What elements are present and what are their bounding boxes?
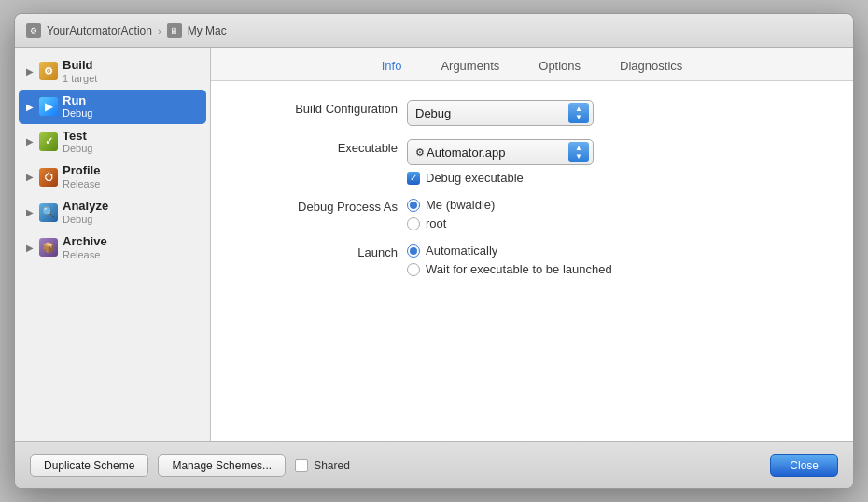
- main-area: ▶ ⚙ Build 1 target ▶ ▶ Run Debug ▶ ✓: [15, 48, 853, 441]
- debug-process-radio-group: Me (bwaldie) root: [407, 198, 495, 230]
- profile-sub: Release: [63, 178, 100, 190]
- build-config-label: Build Configuration: [248, 100, 398, 116]
- shared-check: Shared: [295, 459, 350, 472]
- tab-arguments[interactable]: Arguments: [435, 57, 505, 75]
- build-config-row: Build Configuration Debug ▲ ▼: [248, 100, 816, 126]
- shared-checkbox[interactable]: [295, 459, 308, 472]
- profile-icon: ⏱: [39, 168, 58, 187]
- titlebar: ⚙ YourAutomatorAction › 🖥 My Mac: [15, 14, 853, 48]
- run-sub: Debug: [63, 107, 92, 119]
- sidebar-item-run[interactable]: ▶ ▶ Run Debug: [19, 90, 206, 124]
- triangle-build: ▶: [26, 66, 39, 77]
- sidebar: ▶ ⚙ Build 1 target ▶ ▶ Run Debug ▶ ✓: [15, 48, 211, 441]
- radio-me-label: Me (bwaldie): [426, 198, 495, 212]
- check-icon: ✓: [410, 174, 417, 183]
- executable-row: Executable ⚙ Automator.app ▲ ▼: [248, 139, 816, 185]
- build-text: Build 1 target: [63, 58, 97, 85]
- profile-text: Profile Release: [63, 163, 100, 190]
- radio-auto-dot: [410, 247, 417, 255]
- breadcrumb-chevron: ›: [158, 25, 161, 36]
- launch-label: Launch: [248, 244, 398, 259]
- radio-wait-label: Wait for executable to be launched: [426, 262, 612, 276]
- debug-exec-checkbox[interactable]: ✓: [407, 172, 420, 185]
- triangle-test: ▶: [26, 136, 39, 146]
- executable-dropdown[interactable]: ⚙ Automator.app ▲ ▼: [407, 139, 594, 165]
- launch-radio-group: Automatically Wait for executable to be …: [407, 244, 612, 276]
- debug-process-control: Me (bwaldie) root: [407, 198, 495, 230]
- build-sub: 1 target: [63, 73, 97, 85]
- automator-label: YourAutomatorAction: [47, 24, 152, 37]
- titlebar-content: ⚙ YourAutomatorAction › 🖥 My Mac: [26, 23, 227, 38]
- analyze-label: Analyze: [63, 199, 108, 214]
- build-config-control: Debug ▲ ▼: [407, 100, 594, 126]
- tab-info[interactable]: Info: [376, 57, 408, 75]
- build-label: Build: [63, 58, 97, 73]
- mac-label: My Mac: [188, 24, 227, 37]
- content-panel: Info Arguments Options Diagnostics Build…: [211, 48, 853, 441]
- debug-exec-row[interactable]: ✓ Debug executable: [407, 171, 594, 185]
- debug-exec-label: Debug executable: [426, 171, 524, 185]
- sidebar-item-analyze[interactable]: ▶ 🔍 Analyze Debug: [19, 195, 206, 230]
- arrow-inner2: ▲ ▼: [575, 145, 582, 160]
- radio-auto-row[interactable]: Automatically: [407, 244, 612, 258]
- mac-icon: 🖥: [167, 23, 182, 38]
- footer: Duplicate Scheme Manage Schemes... Share…: [15, 441, 853, 488]
- test-label: Test: [63, 129, 92, 144]
- launch-row: Launch Automatically Wait for: [248, 244, 816, 276]
- manage-schemes-button[interactable]: Manage Schemes...: [158, 454, 286, 477]
- radio-me-dot: [410, 202, 417, 209]
- radio-auto-btn[interactable]: [407, 244, 420, 258]
- radio-wait-row[interactable]: Wait for executable to be launched: [407, 262, 612, 276]
- radio-root-row[interactable]: root: [407, 216, 495, 230]
- debug-process-label: Debug Process As: [248, 198, 398, 214]
- triangle-analyze: ▶: [26, 207, 39, 217]
- build-config-dropdown[interactable]: Debug ▲ ▼: [407, 100, 594, 126]
- test-sub: Debug: [63, 143, 92, 155]
- radio-auto-label: Automatically: [426, 244, 497, 258]
- triangle-run: ▶: [26, 102, 39, 112]
- archive-icon: 📦: [39, 238, 58, 257]
- close-button[interactable]: Close: [770, 454, 838, 477]
- executable-label: Executable: [248, 139, 398, 155]
- analyze-sub: Debug: [63, 214, 108, 226]
- shared-label: Shared: [314, 459, 350, 472]
- sidebar-item-build[interactable]: ▶ ⚙ Build 1 target: [19, 54, 206, 89]
- executable-value: Automator.app: [427, 146, 565, 160]
- profile-label: Profile: [63, 163, 100, 178]
- build-config-value: Debug: [415, 106, 565, 120]
- debug-process-row: Debug Process As Me (bwaldie): [248, 198, 816, 230]
- test-text: Test Debug: [63, 129, 92, 156]
- radio-me-row[interactable]: Me (bwaldie): [407, 198, 495, 212]
- executable-arrow: ▲ ▼: [568, 142, 589, 162]
- build-config-arrow: ▲ ▼: [568, 103, 589, 123]
- duplicate-scheme-button[interactable]: Duplicate Scheme: [30, 454, 148, 477]
- sidebar-item-profile[interactable]: ▶ ⏱ Profile Release: [19, 160, 206, 194]
- main-window: ⚙ YourAutomatorAction › 🖥 My Mac ▶ ⚙ Bui…: [14, 13, 854, 489]
- build-icon: ⚙: [39, 62, 58, 80]
- radio-root-label: root: [426, 216, 446, 230]
- archive-sub: Release: [63, 249, 107, 261]
- sidebar-item-test[interactable]: ▶ ✓ Test Debug: [19, 125, 206, 160]
- automator-app-icon: ⚙: [415, 146, 425, 159]
- triangle-profile: ▶: [26, 172, 39, 182]
- radio-wait-btn[interactable]: [407, 263, 420, 276]
- tab-options[interactable]: Options: [533, 57, 586, 75]
- test-icon: ✓: [39, 132, 58, 151]
- triangle-archive: ▶: [26, 243, 39, 253]
- radio-me-btn[interactable]: [407, 199, 420, 212]
- executable-control: ⚙ Automator.app ▲ ▼: [407, 139, 594, 185]
- run-icon: ▶: [39, 97, 58, 116]
- tab-bar: Info Arguments Options Diagnostics: [211, 48, 853, 81]
- archive-label: Archive: [63, 234, 107, 249]
- analyze-icon: 🔍: [39, 203, 58, 222]
- sidebar-item-archive[interactable]: ▶ 📦 Archive Release: [19, 230, 206, 265]
- automator-icon: ⚙: [26, 23, 41, 38]
- run-label: Run: [63, 93, 92, 108]
- tab-diagnostics[interactable]: Diagnostics: [614, 57, 688, 75]
- form-area: Build Configuration Debug ▲ ▼: [211, 81, 853, 441]
- arrow-inner: ▲ ▼: [575, 105, 582, 121]
- analyze-text: Analyze Debug: [63, 199, 108, 226]
- radio-root-btn[interactable]: [407, 217, 420, 230]
- launch-control: Automatically Wait for executable to be …: [407, 244, 612, 276]
- run-text: Run Debug: [63, 93, 92, 120]
